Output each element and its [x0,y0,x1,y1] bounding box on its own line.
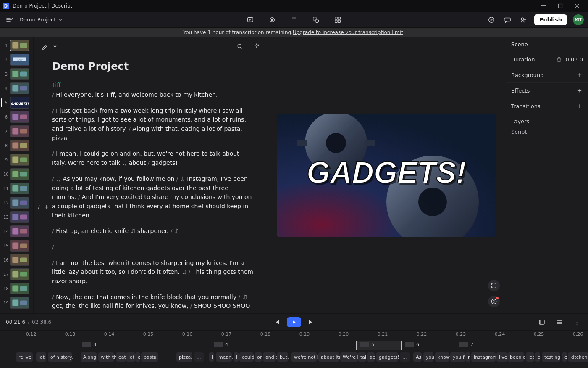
scene-item[interactable]: 19 [3,297,31,309]
ruler-tick[interactable]: 0:14 [104,331,115,337]
timeline-word[interactable]: c [562,352,567,362]
scene-item[interactable]: 12 [3,197,31,209]
script-body[interactable]: Demo Project Tiff / Hi everyone, it's Ti… [34,37,267,313]
scene-rail[interactable]: 12ITALY345GADGETS!6789101112131415161718… [0,37,34,313]
script-paragraph[interactable]: / Hi everyone, it's Tiff, and welcome ba… [52,90,254,100]
timeline-word[interactable]: ab [367,352,375,362]
script-paragraph[interactable]: / [52,243,254,252]
scene-thumb[interactable] [10,82,29,94]
scene-thumb[interactable] [10,211,29,223]
timeline-clip[interactable]: 4 [214,341,228,348]
inspector-effects-row[interactable]: Effects ＋ [506,83,588,98]
inspector-duration-row[interactable]: Duration 0:03.0 [506,52,588,67]
timeline-word[interactable]: and c [263,352,276,362]
next-button[interactable] [306,317,316,327]
timeline-word[interactable]: testing [542,352,560,362]
publish-button[interactable]: Publish [534,14,567,25]
ruler-tick[interactable]: 0:15 [143,331,154,337]
scene-item[interactable]: 4 [3,82,31,94]
record-icon[interactable] [267,15,277,25]
view-list-toggle[interactable] [554,317,564,327]
scene-item[interactable]: 5GADGETS! [3,97,31,109]
scene-thumb[interactable] [10,225,29,237]
prev-button[interactable] [272,317,282,327]
scene-thumb[interactable] [10,197,29,209]
scene-item[interactable]: 3 [3,68,31,80]
ruler-tick[interactable]: 0:26 [573,331,583,337]
scene-item[interactable]: 10 [3,168,31,180]
timeline-word[interactable]: know [435,352,449,362]
scene-item[interactable]: 8 [3,140,31,151]
speaker-label[interactable]: Tiff [52,82,254,88]
scene-item[interactable]: 15 [3,240,31,252]
scene-thumb[interactable] [10,297,29,309]
timeline-word[interactable]: lot [36,352,46,362]
ruler-tick[interactable]: 0:16 [182,331,193,337]
inspector-transitions-row[interactable]: Transitions ＋ [506,98,588,114]
comments-icon[interactable] [502,15,512,25]
scene-thumb[interactable]: GADGETS! [10,97,29,109]
share-icon[interactable] [518,15,528,25]
timeline-word[interactable]: ... [194,352,204,362]
timeline-word[interactable]: tal [358,352,366,362]
script-paragraph[interactable]: / ♫ As you may know, if you follow me on… [52,175,254,220]
timeline-word[interactable]: mean, [216,352,232,362]
close-button[interactable] [569,0,585,12]
scene-item[interactable]: 18 [3,283,31,294]
plus-icon[interactable]: ＋ [576,103,583,109]
scene-thumb[interactable]: ITALY [10,54,29,66]
scene-thumb[interactable] [10,40,29,51]
timeline-word[interactable]: been dc [507,352,524,362]
text-icon[interactable] [289,15,299,25]
plus-icon[interactable]: ＋ [576,71,583,78]
timeline-word[interactable]: pasta, [141,352,158,362]
scene-item[interactable]: 16 [3,254,31,266]
timeline-word[interactable]: on [255,352,262,362]
timeline-word[interactable]: gadgets! [376,352,398,362]
timeline-word[interactable]: Along [81,352,97,362]
shapes-icon[interactable] [311,15,321,25]
play-button[interactable] [287,317,301,327]
timeline-word[interactable]: you [423,352,433,362]
scene-thumb[interactable] [10,140,29,151]
scene-thumb[interactable] [10,240,29,252]
ruler-tick[interactable]: 0:12 [26,331,37,337]
script-paragraph[interactable]: / Now, the one that comes in the knife b… [52,293,254,311]
timeline-word[interactable]: I've [496,352,507,362]
script-paragraph[interactable]: / First up, an electric knife ♫ sharpene… [52,227,254,236]
more-button[interactable] [572,317,582,327]
timeline-word[interactable]: eati [116,352,126,362]
timeline-clip[interactable]: 6 [405,341,419,348]
scene-item[interactable]: 1 [3,40,31,51]
video-canvas[interactable]: GADGETS! GADGETS! [277,114,496,237]
timeline-word[interactable]: kitchen gadg [568,352,588,362]
scene-item[interactable]: 17 [3,268,31,280]
inspector-layers-row[interactable]: Layers [506,114,588,129]
gutter-slash[interactable]: / [38,204,40,210]
timeline-word[interactable]: r [465,352,470,362]
scene-thumb[interactable] [10,68,29,80]
ruler-tick[interactable]: 0:19 [299,331,310,337]
timeline-word[interactable]: of history. [48,352,72,362]
ruler-tick[interactable]: 0:21 [378,331,388,337]
scene-thumb[interactable] [10,283,29,294]
scene-thumb[interactable] [10,254,29,266]
banner-upgrade-link[interactable]: Upgrade to increase your transcription l… [293,29,403,35]
ruler-tick[interactable]: 0:23 [456,331,466,337]
timeline-clip[interactable]: 3 [82,341,96,348]
ruler-tick[interactable]: 0:18 [260,331,271,337]
timeline-word[interactable]: relive [16,352,33,362]
timeline-word[interactable]: could [239,352,254,362]
script-paragraph[interactable]: / I mean, I could go on and on, but, we'… [52,149,254,167]
scene-item[interactable]: 9 [3,154,31,166]
scene-item[interactable]: 13 [3,211,31,223]
timeline-word[interactable]: lot [126,352,135,362]
inspector-background-row[interactable]: Background ＋ [506,67,588,83]
ruler-tick[interactable]: 0:24 [495,331,505,337]
timeline[interactable]: 0:120:130:140:150:160:170:180:190:200:21… [0,330,588,368]
plus-icon[interactable]: ＋ [576,87,583,94]
ruler-tick[interactable]: 0:17 [221,331,232,337]
scene-thumb[interactable] [10,268,29,280]
sidebar-toggle[interactable] [4,15,14,25]
scene-thumb[interactable] [10,125,29,137]
